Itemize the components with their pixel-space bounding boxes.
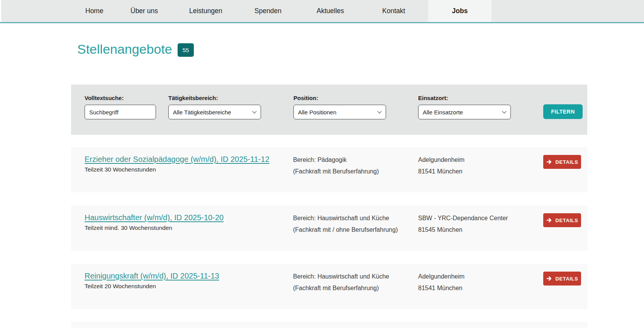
- job-area-line2: (Fachkraft mit Berufserfahrung): [293, 166, 379, 177]
- area-select[interactable]: Alle Tätigkeitsbereiche: [168, 105, 261, 119]
- details-button-label: DETAILS: [556, 159, 578, 165]
- details-button-label: DETAILS: [556, 218, 578, 223]
- search-input[interactable]: [85, 105, 156, 119]
- page-title: Stellenangebote: [77, 42, 172, 56]
- arrow-right-icon: [546, 217, 552, 223]
- nav-accent-rule: [0, 22, 644, 23]
- job-location-column: Adelgundenheim 81541 München: [418, 154, 464, 177]
- details-button[interactable]: DETAILS: [543, 155, 581, 169]
- job-row: Hauswirtschafter (w/m/d), ID 2025-10-20 …: [71, 206, 587, 251]
- job-area-line2: (Fachkraft mit Berufserfahrung): [293, 282, 389, 294]
- main-content: Stellenangebote 55 Volltextsuche: Tätigk…: [71, 41, 587, 328]
- arrow-right-icon: [546, 159, 552, 165]
- job-hours: Teilzeit 30 Wochenstunden: [85, 166, 269, 173]
- job-location-name: Adelgundenheim: [418, 271, 464, 282]
- job-location-column: SBW - YRC-Dependance Center 81545 Münche…: [418, 212, 508, 236]
- location-filter-group: Einsatzort: Alle Einsatzorte: [418, 95, 511, 119]
- details-button[interactable]: DETAILS: [543, 213, 581, 227]
- job-row: Reinigungskraft (w/m/d), ID 2025-11-13 T…: [71, 264, 587, 309]
- job-location-city: 81541 München: [418, 282, 464, 294]
- job-hours: Teilzeit 20 Wochenstunden: [85, 283, 219, 290]
- filter-submit-button[interactable]: FILTERN: [543, 104, 583, 119]
- position-filter-group: Position: Alle Positionen: [293, 95, 386, 119]
- position-filter-label: Position:: [293, 95, 386, 101]
- arrow-right-icon: [546, 275, 552, 282]
- nav-item-ueber-uns[interactable]: Über uns: [130, 0, 158, 22]
- job-location-city: 81541 München: [418, 166, 464, 177]
- job-main-column: Reinigungskraft (w/m/d), ID 2025-11-13 T…: [85, 272, 219, 290]
- job-row: Erzieher oder Sozialpädagoge (w/m/d), ID…: [71, 147, 587, 192]
- job-area-line1: Bereich: Hauswirtschaft und Küche: [293, 212, 398, 224]
- job-row-partial: [71, 321, 587, 328]
- job-title-link[interactable]: Erzieher oder Sozialpädagoge (w/m/d), ID…: [85, 155, 269, 163]
- nav-item-jobs-active[interactable]: Jobs: [428, 0, 491, 22]
- job-title-link[interactable]: Hauswirtschafter (w/m/d), ID 2025-10-20: [85, 213, 224, 222]
- position-select-wrap: Alle Positionen: [293, 105, 386, 119]
- job-area-line2: (Fachkraft mit / ohne Berufserfahrung): [293, 224, 398, 236]
- job-area-line1: Bereich: Pädagogik: [293, 154, 379, 166]
- nav-item-home[interactable]: Home: [85, 0, 103, 22]
- job-title-link[interactable]: Reinigungskraft (w/m/d), ID 2025-11-13: [85, 272, 219, 280]
- position-select[interactable]: Alle Positionen: [293, 105, 386, 119]
- fulltext-search-group: Volltextsuche:: [85, 95, 156, 119]
- job-location-name: Adelgundenheim: [418, 154, 464, 166]
- nav-item-spenden[interactable]: Spenden: [254, 0, 281, 22]
- area-select-wrap: Alle Tätigkeitsbereiche: [168, 105, 261, 119]
- location-select-wrap: Alle Einsatzorte: [418, 105, 511, 119]
- job-hours: Teilzeit mind. 30 Wochenstunden: [85, 224, 224, 231]
- job-location-name: SBW - YRC-Dependance Center: [418, 212, 508, 224]
- area-filter-label: Tätigkeitsbereich:: [168, 95, 261, 101]
- filter-panel: Volltextsuche: Tätigkeitsbereich: Alle T…: [71, 85, 587, 135]
- heading-row: Stellenangebote 55: [71, 41, 587, 57]
- job-location-column: Adelgundenheim 81541 München: [418, 271, 464, 294]
- fulltext-search-label: Volltextsuche:: [85, 95, 156, 101]
- job-area-line1: Bereich: Hauswirtschaft und Küche: [293, 271, 389, 282]
- details-button-label: DETAILS: [556, 276, 578, 282]
- location-filter-label: Einsatzort:: [418, 95, 511, 101]
- location-select[interactable]: Alle Einsatzorte: [418, 105, 511, 119]
- nav-item-kontakt[interactable]: Kontakt: [382, 0, 405, 22]
- job-list: Erzieher oder Sozialpädagoge (w/m/d), ID…: [71, 147, 587, 328]
- job-area-column: Bereich: Pädagogik (Fachkraft mit Berufs…: [293, 154, 379, 177]
- main-navigation: Home Über uns Leistungen Spenden Aktuell…: [1, 0, 644, 22]
- job-count-badge: 55: [178, 43, 194, 57]
- nav-item-aktuelles[interactable]: Aktuelles: [317, 0, 344, 22]
- details-button[interactable]: DETAILS: [543, 272, 581, 286]
- area-filter-group: Tätigkeitsbereich: Alle Tätigkeitsbereic…: [168, 95, 261, 119]
- nav-item-leistungen[interactable]: Leistungen: [189, 0, 222, 22]
- job-main-column: Hauswirtschafter (w/m/d), ID 2025-10-20 …: [85, 213, 224, 231]
- job-area-column: Bereich: Hauswirtschaft und Küche (Fachk…: [293, 212, 398, 236]
- job-main-column: Erzieher oder Sozialpädagoge (w/m/d), ID…: [85, 155, 269, 173]
- job-location-city: 81545 München: [418, 224, 508, 236]
- job-area-column: Bereich: Hauswirtschaft und Küche (Fachk…: [293, 271, 389, 294]
